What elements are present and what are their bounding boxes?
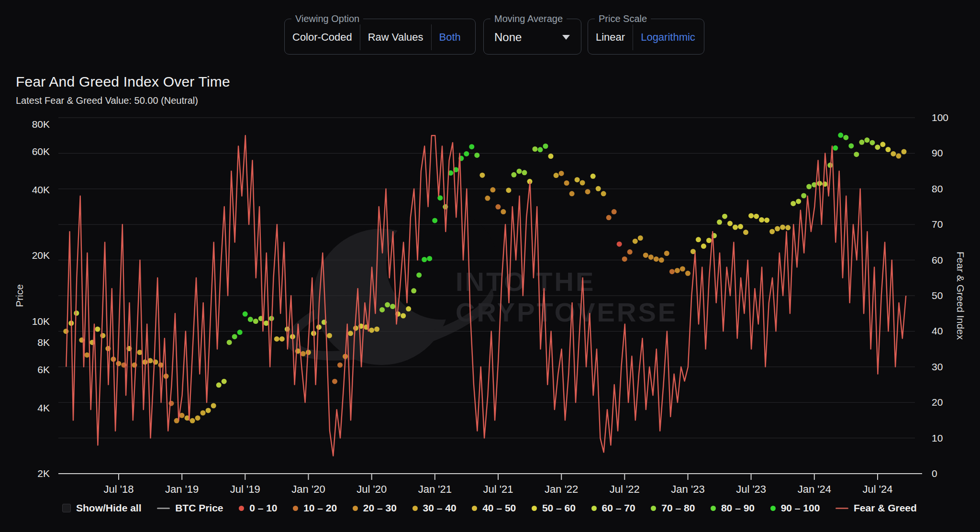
legend-range-dot xyxy=(651,506,656,511)
fear-greed-line-swatch xyxy=(835,508,848,509)
btc-price-dot xyxy=(564,180,569,186)
btc-price-dot xyxy=(248,317,253,322)
chart-canvas: Jul '18Jan '19Jul '19Jan '20Jul '20Jan '… xyxy=(0,0,980,532)
btc-price-dot xyxy=(733,225,738,230)
legend-range-label: 40 – 50 xyxy=(482,502,516,514)
btc-price-dot xyxy=(511,172,516,177)
legend-range-dot xyxy=(353,506,358,511)
btc-price-dot xyxy=(612,209,617,214)
legend-item-range-5[interactable]: 50 – 60 xyxy=(532,502,576,514)
price-tick-label: 80K xyxy=(32,119,50,130)
price-tick-label: 8K xyxy=(37,337,50,348)
fg-tick-label: 70 xyxy=(932,219,943,230)
legend-item-range-7[interactable]: 70 – 80 xyxy=(651,502,695,514)
x-tick-label: Jan '21 xyxy=(418,483,452,495)
btc-price-dot xyxy=(769,229,775,234)
legend-item-range-8[interactable]: 80 – 90 xyxy=(711,502,755,514)
btc-price-dot xyxy=(379,307,385,312)
btc-price-dot xyxy=(648,255,654,260)
fg-axis-title: Fear & Greed Index xyxy=(955,252,966,340)
legend-range-dot xyxy=(239,506,244,511)
btc-price-dot xyxy=(859,140,864,145)
btc-price-dot xyxy=(279,336,285,342)
btc-price-dot xyxy=(253,319,258,324)
btc-price-dot xyxy=(222,379,227,384)
btc-price-dot xyxy=(327,333,332,338)
legend-range-label: 60 – 70 xyxy=(602,502,635,514)
btc-price-dot xyxy=(617,242,622,247)
btc-price-dot xyxy=(569,191,575,196)
btc-price-dot xyxy=(685,271,690,276)
legend-item-range-0[interactable]: 0 – 10 xyxy=(239,502,277,514)
x-tick-label: Jan '24 xyxy=(798,483,831,495)
legend-item-range-2[interactable]: 20 – 30 xyxy=(353,502,397,514)
x-tick-label: Jul '19 xyxy=(230,483,260,495)
btc-price-dot xyxy=(348,331,353,336)
btc-price-dot xyxy=(575,177,580,182)
x-tick-label: Jul '20 xyxy=(356,483,387,495)
btc-price-dot xyxy=(596,186,601,191)
price-tick-label: 40K xyxy=(32,184,50,195)
x-tick-label: Jul '24 xyxy=(863,483,893,495)
legend-range-dot xyxy=(472,506,477,511)
btc-price-dot xyxy=(406,306,411,311)
fear-greed-label: Fear & Greed xyxy=(854,502,917,514)
btc-price-dot xyxy=(585,189,590,194)
btc-price-dot xyxy=(806,184,812,189)
x-tick-label: Jul '18 xyxy=(104,483,134,495)
btc-price-dot xyxy=(622,256,627,262)
legend-item-show-hide-all[interactable]: Show/Hide all xyxy=(62,502,142,514)
btc-price-dot xyxy=(775,226,780,232)
legend-range-dot xyxy=(711,506,716,511)
btc-price-dot xyxy=(764,218,769,223)
btc-price-dot xyxy=(495,204,501,210)
legend-item-range-4[interactable]: 40 – 50 xyxy=(472,502,516,514)
legend-range-dot xyxy=(293,506,298,511)
legend-item-range-1[interactable]: 10 – 20 xyxy=(293,502,337,514)
fg-tick-label: 10 xyxy=(932,432,943,443)
legend-range-label: 20 – 30 xyxy=(363,502,397,514)
btc-price-dot xyxy=(580,180,585,186)
btc-price-dot xyxy=(780,225,785,230)
btc-price-dot xyxy=(902,149,907,155)
btc-price-dot xyxy=(232,334,237,339)
btc-price-dot xyxy=(785,225,791,230)
btc-price-dot xyxy=(743,230,748,235)
btc-price-dot xyxy=(796,199,801,204)
btc-price-dot xyxy=(696,237,701,242)
fg-tick-label: 0 xyxy=(932,468,937,479)
legend-item-fear-greed[interactable]: Fear & Greed xyxy=(835,502,917,514)
btc-price-dot xyxy=(100,333,105,338)
btc-price-dot xyxy=(727,221,733,226)
legend-item-range-6[interactable]: 60 – 70 xyxy=(591,502,635,514)
btc-price-dot xyxy=(416,272,422,277)
legend-item-btc-price[interactable]: BTC Price xyxy=(157,502,223,514)
x-tick-label: Jul '22 xyxy=(610,483,640,495)
btc-price-dot xyxy=(838,133,843,138)
legend-item-range-9[interactable]: 90 – 100 xyxy=(770,502,820,514)
btc-price-dot xyxy=(301,351,306,356)
btc-price-dot xyxy=(854,152,859,157)
btc-price-dot xyxy=(195,415,200,421)
btc-price-dot xyxy=(590,174,596,179)
btc-price-dot xyxy=(427,256,432,261)
btc-price-dot xyxy=(332,379,337,384)
legend-range-dot xyxy=(412,506,418,511)
chart-legend: Show/Hide all BTC Price 0 – 1010 – 2020 … xyxy=(62,500,917,516)
btc-price-dot xyxy=(848,143,854,148)
legend-item-range-3[interactable]: 30 – 40 xyxy=(412,502,457,514)
btc-price-dot xyxy=(490,187,495,192)
price-tick-label: 6K xyxy=(37,364,50,375)
btc-price-dot xyxy=(664,251,669,256)
btc-price-dot xyxy=(896,154,901,159)
btc-price-dot xyxy=(833,145,838,151)
btc-price-dot xyxy=(717,220,722,225)
btc-price-dot xyxy=(706,238,712,243)
price-tick-label: 4K xyxy=(37,402,50,413)
btc-price-dot xyxy=(84,353,89,358)
btc-price-dot xyxy=(543,144,548,149)
btc-price-dot xyxy=(316,324,322,330)
price-tick-label: 2K xyxy=(37,468,50,479)
btc-price-dot xyxy=(754,214,759,219)
btc-price-dot xyxy=(601,191,606,196)
